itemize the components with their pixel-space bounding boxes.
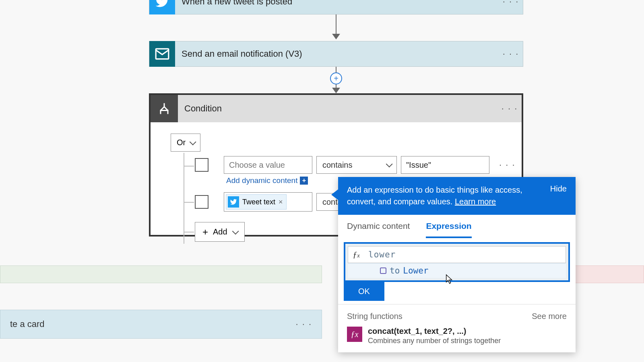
tab-dynamic-content[interactable]: Dynamic content (347, 221, 410, 238)
expression-editor: ƒx toLower (344, 242, 570, 282)
trigger-menu[interactable]: · · · (499, 0, 523, 7)
tree-connector (184, 166, 194, 167)
flyout-tabs: Dynamic content Expression (338, 215, 576, 238)
function-item[interactable]: ƒx concat(text_1, text_2?, ...) Combines… (338, 323, 576, 352)
twitter-icon (228, 196, 239, 208)
operator-select[interactable]: contains (316, 156, 397, 174)
flyout-message-text: Add an expression to do basic things lik… (347, 185, 522, 206)
add-condition-label: Add (213, 227, 227, 237)
flyout-pointer (331, 189, 339, 200)
tree-connector (184, 232, 194, 232)
condition-icon (151, 95, 178, 122)
connector-line (336, 14, 336, 34)
group-operator-select[interactable]: Or (171, 134, 200, 152)
add-condition-button[interactable]: + Add (195, 222, 245, 242)
branch-yes-header (0, 265, 322, 283)
condition-menu[interactable]: · · · (497, 103, 522, 114)
mail-icon (149, 41, 175, 67)
add-dynamic-content-link[interactable]: Add dynamic content + (226, 176, 308, 185)
chevron-down-icon (232, 228, 239, 234)
action-title: Send an email notification (V3) (175, 49, 499, 59)
right-value-input[interactable] (401, 156, 489, 174)
left-value-input[interactable] (224, 156, 312, 174)
function-section-title: String functions (347, 312, 402, 321)
left-value-input[interactable]: Tweet text × (224, 192, 312, 212)
add-row-wrap: + Add (195, 222, 245, 242)
branch-action-title: te a card (10, 319, 45, 329)
suggestion-icon (380, 267, 386, 274)
chevron-down-icon (386, 160, 393, 167)
row-checkbox[interactable] (195, 158, 208, 172)
condition-row: contains · · · (195, 156, 516, 174)
flyout-hide-button[interactable]: Hide (550, 184, 567, 208)
expression-suggestion[interactable]: toLower (348, 263, 566, 278)
branch-action-card[interactable]: te a card · · · (0, 310, 322, 339)
trigger-step[interactable]: When a new tweet is posted · · · (149, 0, 523, 14)
function-desc: Combines any number of strings together (368, 337, 501, 345)
chevron-down-icon (190, 138, 196, 145)
twitter-icon (149, 0, 175, 14)
add-dynamic-content-label: Add dynamic content (226, 176, 297, 185)
see-more-link[interactable]: See more (532, 312, 567, 321)
function-section-header: String functions See more (338, 304, 576, 323)
flyout-message: Add an expression to do basic things lik… (347, 184, 543, 208)
arrowhead-icon (332, 88, 340, 93)
plus-icon: + (300, 177, 308, 185)
tab-expression[interactable]: Expression (426, 221, 471, 238)
expression-flyout: Add an expression to do basic things lik… (338, 177, 576, 352)
condition-row: Tweet text × conta (195, 192, 349, 212)
fx-icon: ƒx (348, 249, 364, 260)
row-checkbox[interactable] (195, 195, 208, 209)
tree-connector (184, 202, 194, 203)
action-menu[interactable]: · · · (499, 49, 523, 59)
token-remove[interactable]: × (279, 198, 283, 206)
action-step-email[interactable]: Send an email notification (V3) · · · (149, 41, 523, 67)
expression-input[interactable] (364, 250, 566, 259)
expression-ok-button[interactable]: OK (344, 282, 384, 301)
arrowhead-icon (332, 34, 340, 39)
suggestion-prefix: to (390, 266, 400, 276)
trigger-title: When a new tweet is posted (175, 0, 499, 7)
function-icon: ƒx (347, 327, 362, 342)
plus-icon: + (202, 228, 208, 236)
condition-header[interactable]: Condition · · · (151, 95, 522, 122)
flyout-header: Add an expression to do basic things lik… (338, 177, 576, 215)
condition-title: Condition (178, 103, 497, 114)
add-step-button[interactable]: + (330, 72, 342, 84)
operator-label: contains (322, 160, 353, 170)
group-operator-label: Or (177, 138, 186, 147)
branch-action-menu[interactable]: · · · (295, 319, 312, 329)
suggestion-match: Lower (403, 266, 428, 276)
dynamic-token[interactable]: Tweet text × (226, 194, 287, 210)
learn-more-link[interactable]: Learn more (455, 197, 496, 206)
row-menu[interactable]: · · · (493, 160, 516, 170)
token-label: Tweet text (242, 198, 275, 206)
function-name: concat(text_1, text_2?, ...) (368, 327, 501, 336)
